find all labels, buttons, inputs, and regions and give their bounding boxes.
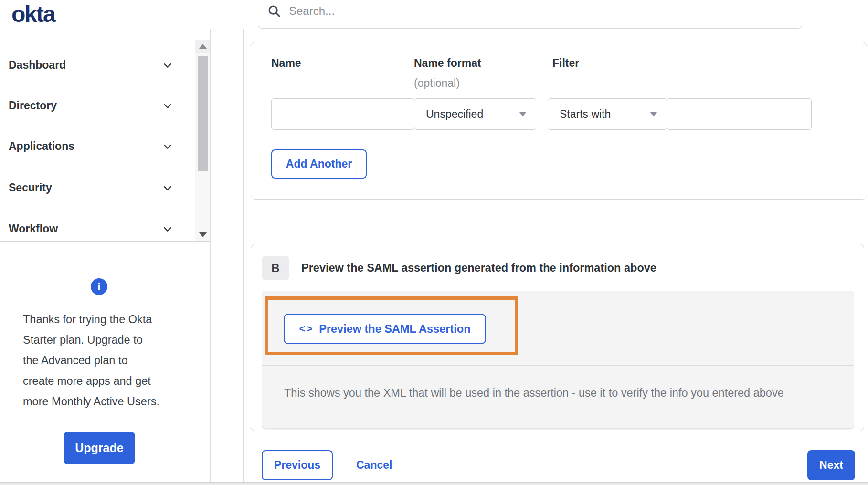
upgrade-notice-line: Thanks for trying the Okta [23, 309, 180, 330]
preview-panel: <> Preview the SAML Assertion This shows… [262, 291, 854, 429]
next-button[interactable]: Next [807, 450, 855, 480]
sidebar-scrollbar[interactable] [195, 40, 210, 241]
scrollbar-down-button[interactable] [195, 229, 211, 241]
scrollbar-up-button[interactable] [195, 40, 211, 53]
attribute-name-input[interactable] [271, 98, 414, 130]
search-icon [267, 4, 281, 18]
upgrade-notice-text: Thanks for trying the Okta Starter plan.… [23, 309, 180, 412]
dropdown-arrow-icon [519, 112, 526, 116]
chevron-down-icon [162, 183, 173, 193]
content-left-divider [243, 29, 244, 482]
sidebar-item-applications[interactable]: Applications [0, 126, 194, 167]
sidebar-item-label: Dashboard [9, 59, 66, 72]
upgrade-notice-line: the Advanced plan to [23, 350, 180, 371]
filter-type-select[interactable]: Starts with [548, 98, 667, 130]
previous-button[interactable]: Previous [262, 450, 333, 480]
sidebar-item-label: Workflow [9, 222, 58, 235]
filter-column-label: Filter [552, 57, 579, 70]
name-format-optional-label: (optional) [414, 77, 460, 90]
name-column-label: Name [271, 57, 301, 70]
search-input[interactable] [281, 0, 802, 28]
panel-divider [262, 365, 854, 366]
chevron-down-icon [162, 101, 173, 111]
filter-type-selected-value: Starts with [560, 108, 611, 121]
global-search [258, 0, 802, 29]
upgrade-button[interactable]: Upgrade [64, 432, 135, 464]
sidebar-item-label: Directory [9, 99, 57, 112]
sidebar-item-dashboard[interactable]: Dashboard [0, 45, 194, 85]
name-format-select[interactable]: Unspecified [414, 98, 536, 130]
scrollbar-thumb[interactable] [198, 56, 208, 171]
sidebar-item-label: Applications [9, 140, 74, 153]
dropdown-arrow-icon [650, 112, 657, 116]
upgrade-notice-line: more Monthly Active Users. [23, 391, 180, 412]
sidebar-item-label: Security [9, 181, 52, 194]
chevron-down-icon [162, 141, 173, 152]
name-format-selected-value: Unspecified [426, 108, 483, 121]
chevron-down-icon [162, 60, 173, 71]
upgrade-notice-line: Starter plan. Upgrade to [23, 330, 180, 350]
preview-section-heading: Preview the SAML assertion generated fro… [301, 262, 656, 274]
preview-description: This shows you the XML that will be used… [284, 387, 838, 400]
sidebar-item-security[interactable]: Security [0, 168, 194, 208]
preview-saml-assertion-button[interactable]: <> Preview the SAML Assertion [284, 314, 486, 344]
info-icon: i [91, 278, 107, 295]
code-icon: <> [299, 323, 313, 335]
upgrade-notice-line: create more apps and get [23, 371, 180, 391]
sidebar-item-directory[interactable]: Directory [0, 85, 194, 126]
bottom-edge-strip [0, 482, 868, 485]
cancel-link[interactable]: Cancel [356, 450, 392, 480]
scrollbar-down-icon [199, 232, 207, 237]
sidebar-divider [210, 29, 211, 482]
sidebar-item-workflow[interactable]: Workflow [0, 209, 194, 249]
step-b-badge: B [262, 256, 289, 280]
chevron-down-icon [162, 224, 173, 234]
name-format-column-label: Name format [414, 57, 481, 70]
attribute-statements-card: Name Name format (optional) Filter Unspe… [251, 42, 867, 200]
scrollbar-up-icon [199, 44, 207, 49]
filter-value-input[interactable] [667, 98, 812, 130]
add-another-button[interactable]: Add Another [271, 149, 367, 179]
preview-assertion-card: B Preview the SAML assertion generated f… [251, 244, 864, 431]
okta-logo[interactable]: okta [11, 1, 55, 27]
sidebar-nav: Dashboard Directory Applications Securit… [0, 40, 210, 242]
preview-button-label: Preview the SAML Assertion [319, 323, 470, 336]
